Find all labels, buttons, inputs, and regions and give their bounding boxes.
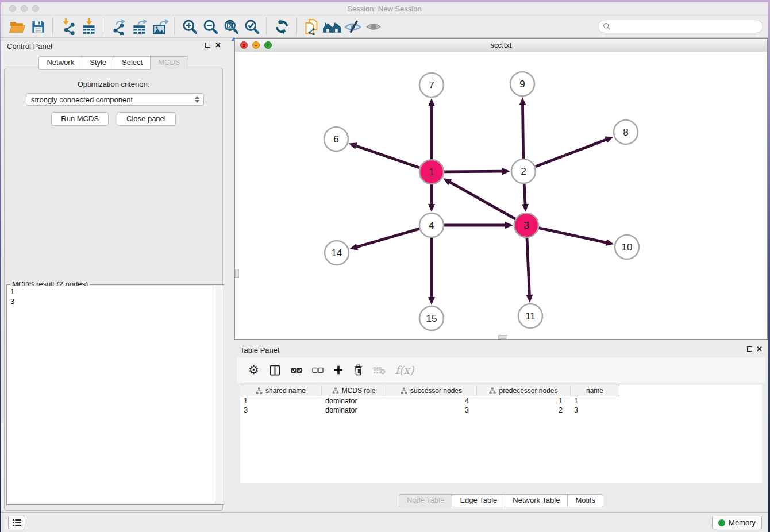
node-4[interactable]: 4 — [419, 213, 444, 237]
optimization-criterion-dropdown[interactable]: strongly connected component — [26, 93, 204, 106]
import-table-button[interactable] — [78, 17, 99, 36]
import-network-button[interactable] — [57, 17, 78, 36]
table-row[interactable]: 1dominator411 — [240, 396, 619, 406]
node-3[interactable]: 3 — [514, 213, 538, 237]
table-panel: Table Panel ✕ ⚙f(x) shared nameMCDS role… — [234, 342, 768, 509]
node-6[interactable]: 6 — [324, 127, 348, 151]
edge-1-7[interactable] — [428, 98, 435, 159]
table-cell[interactable]: dominator — [322, 406, 386, 415]
hide-selected-button[interactable] — [342, 17, 363, 36]
table-settings-button[interactable]: ⚙ — [248, 364, 259, 376]
table-cell[interactable]: 1 — [571, 396, 619, 406]
deselect-all-button[interactable] — [312, 367, 324, 373]
edge-3-10[interactable] — [539, 228, 614, 246]
edge-4-15[interactable] — [428, 238, 435, 305]
edge-2-3[interactable] — [522, 184, 529, 212]
tab-select[interactable]: Select — [114, 56, 150, 70]
memory-status-icon — [718, 519, 725, 526]
edge-4-3[interactable] — [444, 222, 513, 229]
table-close-icon[interactable]: ✕ — [756, 345, 763, 354]
zoom-out-button[interactable] — [200, 17, 221, 36]
table-cell[interactable]: 1 — [240, 396, 322, 406]
open-session-button[interactable] — [7, 17, 28, 36]
edge-2-9[interactable] — [519, 97, 526, 159]
column-selector-button[interactable] — [269, 364, 281, 376]
edge-1-6[interactable] — [349, 142, 419, 168]
export-table-button[interactable] — [129, 17, 149, 36]
tab-mcds[interactable]: MCDS — [150, 56, 188, 70]
node-1[interactable]: 1 — [419, 160, 444, 184]
delete-table-button — [373, 366, 386, 375]
export-network-button[interactable] — [108, 17, 129, 36]
network-window-titlebar[interactable]: x−+ scc.txt — [235, 39, 767, 52]
tab-motifs[interactable]: Motifs — [567, 494, 603, 507]
save-session-button[interactable] — [28, 17, 48, 36]
table-cell[interactable]: 3 — [386, 406, 477, 415]
zoom-selected-button[interactable] — [241, 17, 262, 36]
column-header-MCDS-role[interactable]: MCDS role — [322, 385, 386, 396]
export-image-button[interactable] — [149, 17, 170, 36]
tab-node-table[interactable]: Node Table — [399, 494, 452, 507]
edge-1-2[interactable] — [444, 168, 510, 175]
search-field[interactable] — [598, 20, 763, 33]
table-cell[interactable]: 4 — [386, 396, 477, 406]
table-cell[interactable]: 1 — [477, 396, 571, 406]
edge-2-8[interactable] — [536, 137, 614, 167]
column-header-name[interactable]: name — [571, 385, 619, 396]
node-2[interactable]: 2 — [511, 159, 536, 183]
task-history-button[interactable] — [8, 516, 25, 529]
node-8[interactable]: 8 — [614, 120, 638, 144]
table-float-icon[interactable] — [747, 346, 752, 352]
table-cell[interactable]: 3 — [240, 406, 322, 415]
tab-edge-table[interactable]: Edge Table — [452, 494, 505, 507]
panel-splitter[interactable] — [226, 38, 234, 513]
zoom-fit-button[interactable] — [221, 17, 241, 36]
mcds-result-list[interactable]: 13 — [7, 286, 223, 504]
mcds-result-box: MCDS result (2 nodes) 13 — [6, 284, 224, 505]
close-panel-icon[interactable]: ✕ — [215, 41, 221, 50]
add-column-button[interactable] — [333, 365, 344, 375]
node-15[interactable]: 15 — [419, 306, 444, 330]
result-scrollbar[interactable] — [215, 286, 223, 504]
tab-style[interactable]: Style — [82, 56, 114, 70]
node-10[interactable]: 10 — [615, 235, 639, 259]
toolbar-separator — [103, 18, 104, 35]
table-cell[interactable]: dominator — [322, 396, 386, 406]
table-cell[interactable]: 2 — [477, 406, 571, 415]
node-7[interactable]: 7 — [419, 73, 444, 97]
svg-text:6: 6 — [333, 134, 338, 145]
zoom-in-button[interactable] — [179, 17, 200, 36]
show-hidden-button[interactable] — [363, 17, 384, 36]
column-header-shared-name[interactable]: shared name — [240, 385, 322, 396]
eye-gray-icon — [365, 20, 382, 33]
svg-text:15: 15 — [426, 313, 437, 324]
close-panel-button[interactable]: Close panel — [117, 112, 176, 126]
tab-network[interactable]: Network — [38, 56, 82, 70]
float-panel-icon[interactable] — [205, 43, 210, 48]
node-14[interactable]: 14 — [325, 241, 349, 265]
control-panel-title: Control Panel — [7, 42, 52, 51]
tab-network-table[interactable]: Network Table — [505, 494, 567, 507]
edge-1-4[interactable] — [428, 184, 435, 212]
network-canvas[interactable]: 7968124314101511 — [235, 52, 767, 339]
edge-3-1[interactable] — [443, 178, 515, 219]
apply-layout-button[interactable] — [271, 17, 292, 36]
memory-button[interactable]: Memory — [712, 516, 762, 529]
column-header-successor-nodes[interactable]: successor nodes — [386, 385, 477, 396]
edge-3-11[interactable] — [526, 238, 533, 303]
table-row[interactable]: 3dominator323 — [240, 406, 619, 415]
new-network-from-selection-button[interactable] — [301, 17, 322, 36]
node-9[interactable]: 9 — [510, 72, 534, 96]
node-11[interactable]: 11 — [518, 304, 542, 328]
function-builder-button: f(x) — [395, 364, 414, 376]
edge-4-14[interactable] — [349, 229, 419, 250]
bottom-splitter-grip[interactable] — [498, 335, 507, 339]
left-splitter-grip[interactable] — [235, 269, 239, 278]
column-header-predecessor-nodes[interactable]: predecessor nodes — [477, 385, 571, 396]
run-mcds-button[interactable]: Run MCDS — [51, 112, 109, 126]
select-all-button[interactable] — [291, 367, 302, 373]
table-cell[interactable]: 3 — [571, 406, 619, 415]
delete-column-button[interactable] — [353, 364, 363, 376]
search-input[interactable] — [613, 22, 753, 32]
first-neighbors-button[interactable] — [322, 17, 342, 36]
